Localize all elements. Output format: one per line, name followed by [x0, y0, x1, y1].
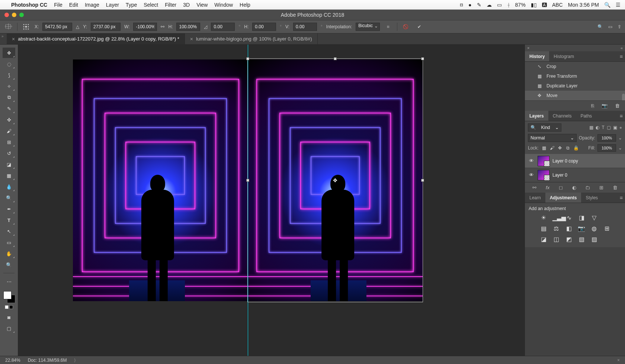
dodge-tool[interactable]: 🔍 [3, 193, 15, 203]
color-lookup-icon[interactable]: ⊞ [603, 225, 610, 232]
lock-artboard-icon[interactable]: ⧉ [565, 145, 571, 151]
delete-layer-icon[interactable]: 🗑 [613, 185, 618, 190]
color-swatches[interactable] [3, 290, 15, 303]
history-item[interactable]: ✥Move [525, 91, 625, 100]
transform-tool-icon[interactable] [4, 22, 13, 31]
doc-size[interactable]: Doc: 114.3M/59.6M [28, 358, 67, 363]
quick-select-tool[interactable]: ✧ [3, 81, 15, 91]
filter-smart-icon[interactable]: ▣ [613, 125, 617, 130]
y-input[interactable] [91, 23, 121, 31]
healing-tool[interactable]: ✜ [3, 115, 15, 125]
hue-icon[interactable]: ▤ [540, 225, 547, 232]
filter-type-icon[interactable]: T [602, 125, 604, 130]
opacity-input[interactable] [597, 134, 616, 142]
tab-channels[interactable]: Channels [548, 111, 576, 121]
history-item[interactable]: ⤡Crop [525, 62, 625, 71]
zoom-tool[interactable]: 🔍 [3, 260, 15, 270]
history-item[interactable]: ▦Duplicate Layer [525, 81, 625, 91]
share-icon[interactable]: ⇪ [618, 24, 621, 29]
feather-icon[interactable]: ✎ [477, 2, 481, 8]
filter-toggle-icon[interactable]: ● [619, 125, 622, 130]
lock-paint-icon[interactable]: 🖌 [549, 145, 555, 151]
layer-row[interactable]: 👁 Layer 0 [525, 168, 625, 182]
dropdown-icon[interactable]: ⌄ [618, 145, 622, 151]
input-source-icon[interactable]: A [542, 3, 547, 7]
new-layer-icon[interactable]: ⊞ [599, 185, 603, 190]
panel-menu-icon[interactable]: ≡ [620, 113, 623, 119]
layer-name[interactable]: Layer 0 [552, 173, 567, 178]
filter-pixel-icon[interactable]: ▦ [589, 125, 593, 130]
eraser-tool[interactable]: ◪ [3, 159, 15, 170]
exposure-icon[interactable]: ◨ [578, 214, 585, 221]
display-icon[interactable]: ▭ [497, 2, 502, 8]
menu-layer[interactable]: Layer [106, 2, 119, 8]
skew-h-input[interactable] [252, 23, 276, 31]
menu-image[interactable]: Image [85, 2, 99, 8]
curves-icon[interactable]: ∿ [565, 214, 573, 221]
move-tool[interactable]: ✥ [3, 48, 15, 58]
transform-handle[interactable] [421, 57, 424, 60]
crop-tool[interactable]: ⧉ [3, 92, 15, 103]
rectangle-tool[interactable]: ▭ [3, 237, 15, 248]
selective-color-icon[interactable]: ▨ [590, 236, 598, 243]
link-layers-icon[interactable]: ⚯ [532, 185, 536, 190]
spotlight-icon[interactable]: 🔍 [604, 2, 610, 8]
warp-icon[interactable]: ⌗ [384, 22, 393, 31]
cc-icon[interactable]: ☁ [487, 2, 492, 8]
channel-mixer-icon[interactable]: ◍ [590, 225, 598, 232]
screen-mode-icon[interactable]: ▢ [3, 323, 15, 334]
adjustment-layer-icon[interactable]: ◐ [572, 185, 576, 190]
type-tool[interactable]: T [3, 215, 15, 225]
vibrance-icon[interactable]: ▽ [590, 214, 598, 221]
transform-handle[interactable] [246, 57, 249, 60]
fill-input[interactable] [597, 144, 616, 152]
layer-thumbnail[interactable] [538, 156, 549, 166]
maximize-window-button[interactable] [19, 13, 24, 17]
x-input[interactable] [42, 23, 72, 31]
visibility-icon[interactable]: 👁 [528, 172, 535, 178]
tab-learn[interactable]: Learn [525, 193, 545, 203]
history-item[interactable]: ▦Free Transform [525, 71, 625, 81]
menu-select[interactable]: Select [144, 2, 158, 8]
status-menu-icon[interactable]: ⟩ [74, 358, 76, 363]
filter-adjust-icon[interactable]: ◐ [596, 125, 599, 130]
commit-transform-icon[interactable]: ✔ [414, 22, 424, 31]
menu-icon[interactable]: ☰ [616, 2, 621, 8]
filter-kind-select[interactable]: 🔍Kind⌄ [528, 123, 561, 132]
doc-tab-1[interactable]: × abstract-backlit-conceptual-1722072.jp… [7, 33, 185, 44]
history-brush-tool[interactable]: ↺ [3, 148, 15, 158]
stamp-tool[interactable]: ⊞ [3, 137, 15, 147]
lasso-tool[interactable]: ⟆ [3, 70, 15, 80]
minimize-window-button[interactable] [12, 13, 16, 17]
close-tab-icon[interactable]: × [12, 36, 15, 42]
panel-close-icon[interactable]: × [617, 358, 620, 363]
zoom-level[interactable]: 22.84% [5, 358, 20, 363]
wifi-icon[interactable]: ⟊ [507, 2, 510, 8]
mask-icon[interactable]: ◻ [559, 185, 563, 190]
blur-tool[interactable]: 💧 [3, 181, 15, 192]
menu-help[interactable]: Help [240, 2, 250, 8]
layer-row[interactable]: 👁 Layer 0 copy [525, 154, 625, 168]
layer-thumbnail[interactable] [538, 170, 549, 180]
app-icon[interactable]: ● [468, 2, 471, 8]
layer-name[interactable]: Layer 0 copy [552, 158, 578, 164]
menu-file[interactable]: File [54, 2, 62, 8]
photo-filter-icon[interactable]: 📷 [578, 225, 585, 232]
menu-filter[interactable]: Filter [165, 2, 176, 8]
w-input[interactable] [133, 23, 157, 31]
dropbox-icon[interactable]: ⧈ [460, 1, 463, 8]
dropdown-icon[interactable]: ⌄ [618, 135, 622, 141]
gradient-map-icon[interactable]: ▧ [578, 236, 585, 243]
transform-handle[interactable] [334, 57, 337, 60]
cancel-transform-icon[interactable]: 🚫 [401, 22, 411, 31]
close-window-button[interactable] [4, 13, 9, 17]
eyedropper-tool[interactable]: ✎ [3, 103, 15, 114]
close-tab-icon[interactable]: × [190, 36, 193, 42]
transform-handle[interactable] [421, 179, 424, 182]
transform-box[interactable]: ✥ [248, 59, 423, 302]
menu-window[interactable]: Window [214, 2, 233, 8]
transform-handle[interactable] [246, 179, 249, 182]
panel-collapse-icon[interactable]: « [621, 46, 623, 50]
collapse-toolbar-icon[interactable]: » [1, 34, 4, 38]
invert-icon[interactable]: ◪ [540, 236, 547, 243]
